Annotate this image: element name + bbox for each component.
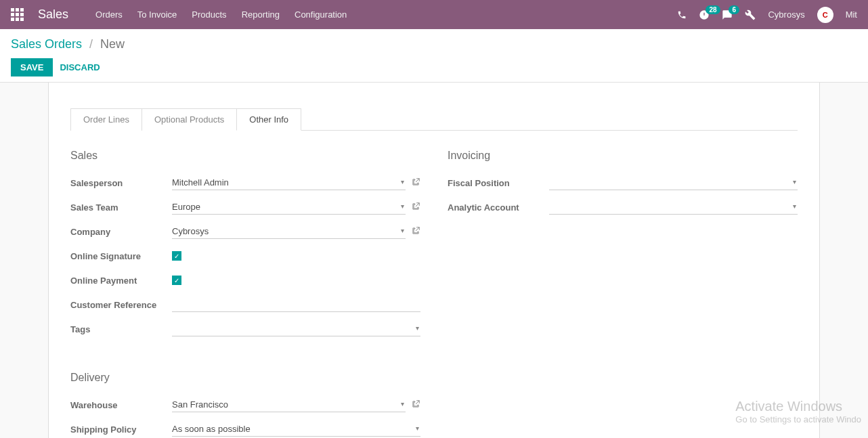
- top-navbar: Sales Orders To Invoice Products Reporti…: [0, 0, 868, 29]
- label-customer-reference: Customer Reference: [70, 300, 172, 310]
- group-title-sales: Sales: [70, 150, 420, 162]
- brand-title[interactable]: Sales: [38, 7, 68, 22]
- avatar[interactable]: C: [817, 7, 833, 23]
- nav-menu-reporting[interactable]: Reporting: [242, 9, 280, 20]
- group-title-delivery: Delivery: [70, 372, 420, 384]
- chevron-down-icon[interactable]: ▾: [401, 400, 404, 408]
- label-company: Company: [70, 227, 172, 237]
- breadcrumb: Sales Orders / New: [11, 37, 857, 51]
- label-online-signature: Online Signature: [70, 251, 172, 261]
- form-sheet: Order Lines Optional Products Other Info…: [48, 83, 820, 438]
- group-delivery: Delivery Warehouse ▾ Shipping Policy ▾: [70, 372, 420, 438]
- breadcrumb-current: New: [100, 37, 125, 51]
- label-fiscal-position: Fiscal Position: [448, 178, 549, 188]
- external-link-icon[interactable]: [411, 399, 420, 411]
- external-link-icon[interactable]: [411, 226, 420, 238]
- online-payment-checkbox[interactable]: ✓: [172, 276, 181, 285]
- nav-menu-configuration[interactable]: Configuration: [295, 9, 347, 20]
- sales-team-input[interactable]: [172, 200, 406, 215]
- tab-optional-products[interactable]: Optional Products: [142, 108, 237, 131]
- breadcrumb-root[interactable]: Sales Orders: [11, 37, 82, 51]
- label-warehouse: Warehouse: [70, 400, 172, 410]
- chevron-down-icon[interactable]: ▾: [401, 202, 404, 210]
- warehouse-input[interactable]: [172, 397, 406, 412]
- external-link-icon[interactable]: [411, 202, 420, 213]
- chevron-down-icon[interactable]: ▾: [416, 324, 419, 332]
- notebook-tabs: Order Lines Optional Products Other Info: [70, 108, 798, 131]
- activities-icon[interactable]: 28: [699, 9, 710, 20]
- fiscal-position-input[interactable]: [549, 175, 798, 190]
- phone-icon[interactable]: [677, 10, 687, 20]
- activities-badge: 28: [706, 5, 720, 14]
- tags-input[interactable]: [172, 322, 420, 336]
- external-link-icon[interactable]: [411, 177, 420, 189]
- control-panel: Sales Orders / New SAVE DISCARD: [0, 29, 868, 83]
- company-name[interactable]: Cybrosys: [768, 9, 804, 20]
- tab-order-lines[interactable]: Order Lines: [70, 108, 142, 131]
- label-shipping-policy: Shipping Policy: [70, 424, 172, 435]
- chevron-down-icon[interactable]: ▾: [401, 178, 404, 185]
- salesperson-input[interactable]: [172, 175, 406, 190]
- save-button[interactable]: SAVE: [11, 58, 53, 76]
- chevron-down-icon[interactable]: ▾: [401, 227, 404, 234]
- analytic-account-input[interactable]: [549, 200, 798, 215]
- breadcrumb-sep: /: [89, 37, 93, 51]
- messages-icon[interactable]: 6: [722, 9, 733, 20]
- user-name[interactable]: Mit: [846, 9, 857, 20]
- nav-menu-to-invoice[interactable]: To Invoice: [137, 9, 177, 20]
- nav-menu-orders[interactable]: Orders: [95, 9, 123, 20]
- label-analytic-account: Analytic Account: [448, 202, 549, 213]
- label-online-payment: Online Payment: [70, 276, 172, 286]
- group-title-invoicing: Invoicing: [448, 150, 798, 162]
- shipping-policy-input[interactable]: [172, 422, 420, 437]
- label-tags: Tags: [70, 324, 172, 334]
- group-invoicing: Invoicing Fiscal Position ▾ Analytic Acc…: [448, 150, 798, 345]
- online-signature-checkbox[interactable]: ✓: [172, 251, 181, 261]
- messages-badge: 6: [729, 5, 739, 14]
- apps-icon[interactable]: [11, 8, 24, 22]
- nav-menu-products[interactable]: Products: [192, 9, 226, 20]
- group-sales: Sales Salesperson ▾ Sales Team ▾: [70, 150, 420, 345]
- tab-other-info[interactable]: Other Info: [236, 108, 301, 131]
- debug-icon[interactable]: [745, 9, 756, 20]
- discard-button[interactable]: DISCARD: [60, 62, 100, 72]
- label-sales-team: Sales Team: [70, 202, 172, 213]
- chevron-down-icon[interactable]: ▾: [416, 424, 419, 432]
- customer-reference-input[interactable]: [172, 297, 420, 312]
- company-input[interactable]: [172, 224, 406, 239]
- label-salesperson: Salesperson: [70, 178, 172, 188]
- chevron-down-icon[interactable]: ▾: [793, 202, 796, 210]
- chevron-down-icon[interactable]: ▾: [793, 178, 796, 185]
